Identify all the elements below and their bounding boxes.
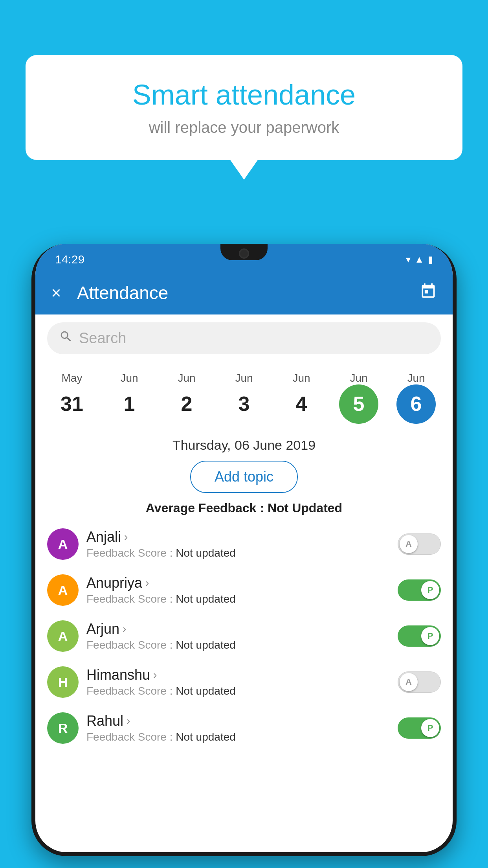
avg-feedback-value: Not Updated xyxy=(268,501,342,515)
student-item-rahul[interactable]: R Rahul › Feedback Score : Not updated P xyxy=(43,705,445,751)
student-name-rahul: Rahul xyxy=(86,713,123,729)
student-info-rahul: Rahul › Feedback Score : Not updated xyxy=(86,713,390,743)
app-header: × Attendance xyxy=(35,271,453,314)
header-title: Attendance xyxy=(77,282,420,303)
avatar-anjali: A xyxy=(47,528,79,560)
chevron-icon: › xyxy=(124,531,128,543)
student-item-anjali[interactable]: A Anjali › Feedback Score : Not updated … xyxy=(43,521,445,567)
chevron-icon: › xyxy=(145,577,149,589)
status-time: 14:29 xyxy=(55,253,84,266)
close-button[interactable]: × xyxy=(51,283,61,303)
search-placeholder: Search xyxy=(79,330,126,347)
avg-feedback-label: Average Feedback : xyxy=(146,501,264,515)
battery-icon: ▮ xyxy=(428,254,433,265)
speech-bubble: Smart attendance will replace your paper… xyxy=(26,55,462,160)
student-item-himanshu[interactable]: H Himanshu › Feedback Score : Not update… xyxy=(43,659,445,705)
feedback-score-anupriya: Feedback Score : Not updated xyxy=(86,593,390,605)
date-jun3[interactable]: Jun 3 xyxy=(215,368,273,428)
student-item-arjun[interactable]: A Arjun › Feedback Score : Not updated P xyxy=(43,613,445,659)
phone-screen: 14:29 ▾ ▲ ▮ × Attendance xyxy=(35,244,453,852)
chevron-icon: › xyxy=(153,669,157,681)
date-jun4[interactable]: Jun 4 xyxy=(273,368,330,428)
feedback-score-anjali: Feedback Score : Not updated xyxy=(86,547,390,559)
avatar-rahul: R xyxy=(47,712,79,744)
student-name-himanshu: Himanshu xyxy=(86,667,150,683)
toggle-anupriya[interactable]: P xyxy=(398,579,441,601)
avatar-himanshu: H xyxy=(47,666,79,698)
search-bar[interactable]: Search xyxy=(47,322,441,354)
search-icon xyxy=(59,329,73,347)
student-info-arjun: Arjun › Feedback Score : Not updated xyxy=(86,621,390,651)
speech-bubble-title: Smart attendance xyxy=(57,79,431,111)
phone-camera xyxy=(239,248,249,259)
student-name-anjali: Anjali xyxy=(86,529,121,545)
date-jun6-selected[interactable]: Jun 6 xyxy=(387,368,445,428)
student-name-anupriya: Anupriya xyxy=(86,575,142,591)
student-info-himanshu: Himanshu › Feedback Score : Not updated xyxy=(86,667,390,697)
feedback-score-arjun: Feedback Score : Not updated xyxy=(86,639,390,651)
add-topic-button[interactable]: Add topic xyxy=(190,461,298,493)
signal-icon: ▲ xyxy=(415,254,424,265)
student-info-anjali: Anjali › Feedback Score : Not updated xyxy=(86,529,390,559)
avatar-arjun: A xyxy=(47,620,79,652)
status-icons: ▾ ▲ ▮ xyxy=(406,254,433,265)
wifi-icon: ▾ xyxy=(406,254,411,265)
toggle-rahul[interactable]: P xyxy=(398,717,441,739)
student-item-anupriya[interactable]: A Anupriya › Feedback Score : Not update… xyxy=(43,567,445,613)
phone-container: 14:29 ▾ ▲ ▮ × Attendance xyxy=(31,244,457,856)
date-jun1[interactable]: Jun 1 xyxy=(101,368,158,428)
date-may31[interactable]: May 31 xyxy=(43,368,101,428)
date-scroller[interactable]: May 31 Jun 1 Jun 2 Jun 3 Jun 4 xyxy=(35,362,453,430)
date-jun5-today[interactable]: Jun 5 xyxy=(330,368,387,428)
chevron-icon: › xyxy=(123,623,126,635)
toggle-himanshu[interactable]: A xyxy=(398,671,441,693)
speech-bubble-arrow xyxy=(230,160,258,180)
avatar-anupriya: A xyxy=(47,574,79,606)
student-info-anupriya: Anupriya › Feedback Score : Not updated xyxy=(86,575,390,605)
feedback-score-rahul: Feedback Score : Not updated xyxy=(86,731,390,743)
toggle-anjali[interactable]: A xyxy=(398,533,441,555)
phone-notch xyxy=(220,244,268,260)
toggle-arjun[interactable]: P xyxy=(398,625,441,647)
date-jun2[interactable]: Jun 2 xyxy=(158,368,215,428)
speech-bubble-subtitle: will replace your paperwork xyxy=(57,119,431,136)
student-name-arjun: Arjun xyxy=(86,621,119,637)
chevron-icon: › xyxy=(127,715,130,727)
selected-date-info: Thursday, 06 June 2019 xyxy=(35,430,453,457)
speech-bubble-container: Smart attendance will replace your paper… xyxy=(26,55,462,180)
calendar-icon[interactable] xyxy=(420,283,437,303)
average-feedback: Average Feedback : Not Updated xyxy=(35,497,453,521)
feedback-score-himanshu: Feedback Score : Not updated xyxy=(86,685,390,697)
phone-frame: 14:29 ▾ ▲ ▮ × Attendance xyxy=(31,244,457,856)
student-list: A Anjali › Feedback Score : Not updated … xyxy=(35,521,453,751)
